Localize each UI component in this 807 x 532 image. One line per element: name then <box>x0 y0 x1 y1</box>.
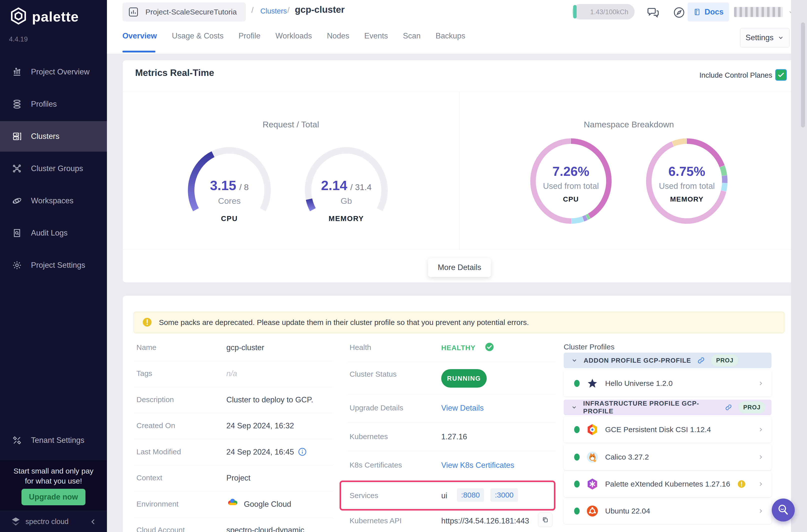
scrollbar-thumb[interactable] <box>801 22 805 127</box>
created-on-value: 24 Sep 2024, 16:32 <box>226 421 294 430</box>
chat-icon[interactable] <box>646 6 660 19</box>
last-modified-value: 24 Sep 2024, 16:45 <box>226 448 294 457</box>
tab-usage-costs[interactable]: Usage & Costs <box>172 32 224 40</box>
cluster-status-label: Cluster Status <box>350 370 396 378</box>
usage-meter[interactable]: 1.43/100kCh <box>572 4 635 19</box>
tab-scan[interactable]: Scan <box>403 32 421 40</box>
environment-label: Environment <box>136 500 179 508</box>
created-on-label: Created On <box>136 421 175 430</box>
service-port-8080-link[interactable]: :8080 <box>457 488 484 502</box>
request-total-title: Request / Total <box>216 120 366 129</box>
pack-status-dot <box>574 454 580 460</box>
last-modified-label: Last Modified <box>136 448 181 456</box>
deprecated-packs-banner: Some packs are deprecated. Please update… <box>134 312 784 333</box>
addon-profile-header[interactable]: ADDON PROFILE GCP-PROFILE PROJ <box>564 353 771 368</box>
orbit-icon <box>12 196 22 206</box>
sidebar-item-profiles[interactable]: Profiles <box>0 89 107 119</box>
include-control-planes-label: Include Control Planes <box>672 71 772 79</box>
bar-chart-icon <box>12 67 22 77</box>
spectro-cloud-logo-icon <box>10 516 21 528</box>
sidebar-item-cluster-groups[interactable]: Cluster Groups <box>0 153 107 184</box>
info-icon[interactable] <box>298 447 307 457</box>
project-scope-icon <box>128 6 139 18</box>
project-breadcrumb-pill[interactable]: Project-ScaleSecureTutoria <box>123 2 246 21</box>
compass-icon[interactable] <box>673 6 685 18</box>
copy-api-button[interactable] <box>538 513 552 527</box>
app-root: palette 4.4.19 Project Overview Profiles… <box>0 0 807 532</box>
kubernetes-api-value: https://34.54.126.181:443 <box>441 516 529 526</box>
collapse-sidebar-icon[interactable] <box>90 518 97 526</box>
name-label: Name <box>136 343 156 352</box>
cloud-account-label: Cloud Account <box>136 526 185 532</box>
ubuntu-icon <box>587 505 598 517</box>
metrics-title: Metrics Real-Time <box>135 68 214 78</box>
user-menu-redacted[interactable] <box>734 7 783 17</box>
infrastructure-profile-header[interactable]: INFRASTRUCTURE PROFILE GCP-PROFILE PROJ <box>564 400 771 415</box>
cpu-donut-center: 7.26% Used from total CPU <box>533 164 608 203</box>
calico-icon <box>587 451 598 463</box>
magnifier-smile-icon <box>775 502 791 518</box>
sidebar-item-audit-logs[interactable]: Audit Logs <box>0 218 107 248</box>
chevron-down-icon <box>777 35 784 41</box>
promo-line-1: Start small and only pay <box>0 467 107 475</box>
services-label: Services <box>350 491 378 500</box>
check-icon <box>777 71 785 79</box>
link-icon[interactable] <box>725 403 732 411</box>
project-scope-badge: PROJ <box>738 401 766 413</box>
chevron-right-icon <box>757 454 764 460</box>
profile-pack-calico[interactable]: Calico 3.27.2 <box>564 444 771 470</box>
support-search-fab[interactable] <box>772 498 795 521</box>
view-details-link[interactable]: View Details <box>441 404 484 413</box>
pack-status-dot <box>574 380 580 387</box>
metrics-card: Metrics Real-Time Include Control Planes… <box>123 60 795 283</box>
upgrade-now-button[interactable]: Upgrade now <box>21 489 86 505</box>
profile-pack-gce-disk[interactable]: GCE Persistent Disk CSI 1.12.4 <box>564 417 771 442</box>
hello-universe-icon <box>587 377 598 390</box>
profile-pack-hello-universe[interactable]: Hello Universe 1.2.0 <box>564 370 771 397</box>
upgrade-details-label: Upgrade Details <box>350 404 403 412</box>
description-value: Cluster to deploy to GCP. <box>226 395 313 404</box>
docs-button[interactable]: Docs <box>688 2 729 21</box>
tab-backups[interactable]: Backups <box>435 32 465 40</box>
view-k8s-certificates-link[interactable]: View K8s Certificates <box>441 461 514 470</box>
cpu-gauge-label: CPU <box>192 214 267 223</box>
profile-pack-ubuntu[interactable]: Ubuntu 22.04 <box>564 498 771 524</box>
settings-button[interactable]: Settings <box>740 28 789 48</box>
namespace-breakdown-title: Namespace Breakdown <box>554 120 704 129</box>
promo-line-2: for what you use! <box>0 477 107 485</box>
more-details-button[interactable]: More Details <box>428 258 491 277</box>
breadcrumb-separator: / <box>251 5 254 15</box>
chevron-down-icon <box>571 357 578 364</box>
sidebar-item-clusters[interactable]: Clusters <box>0 121 107 152</box>
link-icon[interactable] <box>697 356 705 364</box>
sidebar-item-project-settings[interactable]: Project Settings <box>0 250 107 281</box>
tags-label: Tags <box>136 369 152 378</box>
sidebar-item-workspaces[interactable]: Workspaces <box>0 186 107 216</box>
network-nodes-icon <box>12 164 22 174</box>
tab-overview[interactable]: Overview <box>123 32 157 40</box>
memory-gauge-label: MEMORY <box>309 214 384 223</box>
environment-value: Google Cloud <box>244 500 291 509</box>
context-value: Project <box>226 474 250 482</box>
kubernetes-api-label: Kubernetes API <box>350 516 401 525</box>
health-label: Health <box>350 343 371 352</box>
palette-logo-icon <box>9 6 28 25</box>
kubernetes-label: Kubernetes <box>350 432 388 441</box>
tab-nodes[interactable]: Nodes <box>327 32 349 40</box>
project-scope-badge: PROJ <box>711 355 738 366</box>
pack-status-dot <box>574 426 580 433</box>
gce-persistent-disk-icon <box>587 424 598 436</box>
sidebar-item-project-overview[interactable]: Project Overview <box>0 57 107 87</box>
breadcrumb-clusters-link[interactable]: Clusters <box>260 7 287 15</box>
tab-profile[interactable]: Profile <box>239 32 261 40</box>
chevron-right-icon <box>757 481 764 487</box>
tab-events[interactable]: Events <box>364 32 388 40</box>
tab-workloads[interactable]: Workloads <box>276 32 312 40</box>
chevron-down-icon <box>571 404 577 411</box>
profile-pack-palette-kubernetes[interactable]: Palette eXtended Kubernetes 1.27.16 <box>564 471 771 497</box>
breadcrumb-separator-2: / <box>287 5 289 15</box>
include-control-planes-checkbox[interactable] <box>775 69 787 81</box>
pack-status-dot <box>574 508 580 514</box>
sidebar-item-tenant-settings[interactable]: Tenant Settings <box>0 425 107 456</box>
service-port-3000-link[interactable]: :3000 <box>490 488 518 502</box>
